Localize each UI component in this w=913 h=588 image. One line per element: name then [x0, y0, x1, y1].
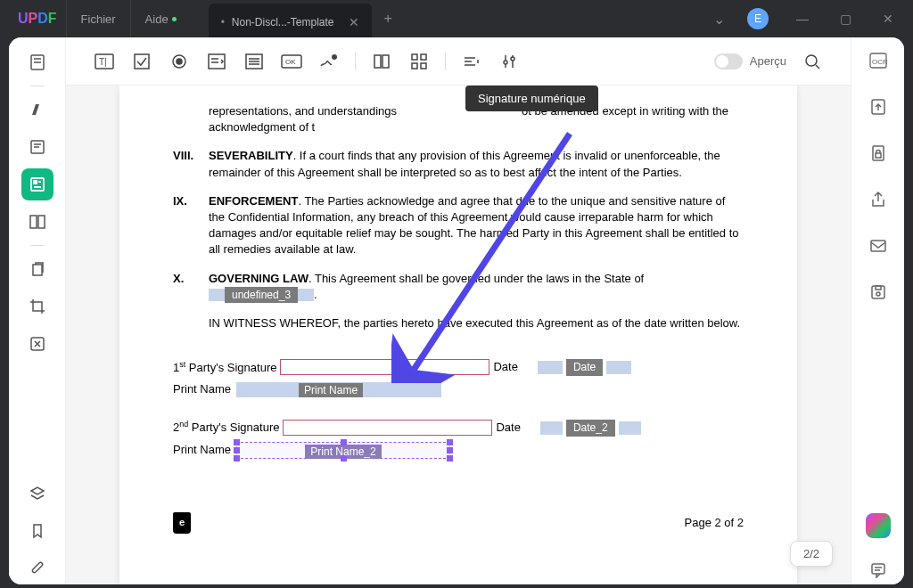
svg-rect-51 [876, 286, 881, 290]
date-field-2[interactable]: Date_2 [566, 420, 615, 437]
notes-icon[interactable] [21, 131, 53, 163]
textfield-tool-icon[interactable]: T| [87, 46, 121, 77]
page-organize-icon[interactable] [21, 206, 53, 238]
ocr-icon[interactable]: OCR [864, 46, 892, 75]
esign-badge-icon: e [173, 512, 191, 534]
email-icon[interactable] [864, 232, 892, 260]
dropdown-icon[interactable]: ⌄ [706, 11, 731, 28]
svg-point-50 [876, 292, 880, 296]
svg-line-41 [816, 65, 819, 69]
svg-point-39 [511, 57, 514, 61]
titlebar: UPDF Fichier Aide • Non-Discl...-Templat… [0, 0, 913, 37]
user-avatar[interactable]: E [747, 8, 769, 29]
window-close-icon[interactable]: ✕ [870, 3, 906, 35]
svg-rect-31 [412, 54, 417, 60]
listbox-tool-icon[interactable] [237, 46, 271, 77]
save-icon[interactable] [864, 278, 892, 306]
menu-help[interactable]: Aide [130, 0, 191, 37]
copy-icon[interactable] [21, 253, 53, 285]
comment-icon[interactable] [864, 556, 892, 584]
tab-title: Non-Discl...-Template [232, 16, 334, 29]
svg-rect-10 [30, 216, 37, 228]
svg-point-38 [504, 61, 507, 64]
page-indicator[interactable]: 2/2 [790, 541, 833, 567]
window-maximize-icon[interactable]: ▢ [827, 3, 863, 35]
app-logo: UPDF [18, 11, 57, 27]
svg-rect-33 [412, 63, 417, 69]
menu-file[interactable]: Fichier [66, 0, 130, 37]
share-icon[interactable] [864, 185, 892, 214]
svg-rect-32 [421, 54, 426, 60]
svg-rect-48 [871, 241, 885, 251]
tab-close-icon[interactable]: ✕ [349, 15, 359, 29]
svg-rect-11 [38, 216, 45, 228]
radio-tool-icon[interactable] [162, 46, 196, 77]
signature-tool-icon[interactable] [312, 46, 346, 77]
svg-rect-16 [135, 54, 149, 69]
tab-add-button[interactable]: + [372, 0, 405, 37]
layers-icon[interactable] [21, 478, 53, 510]
highlight-icon[interactable] [21, 94, 53, 126]
printname-field-2-selected[interactable]: Print Name_2 [236, 442, 450, 459]
svg-rect-7 [34, 181, 37, 184]
svg-rect-52 [872, 564, 884, 574]
right-sidebar: OCR [851, 37, 904, 584]
crop-icon[interactable] [21, 290, 53, 323]
signature-field-1[interactable] [280, 359, 489, 375]
search-icon[interactable] [795, 46, 829, 77]
window-minimize-icon[interactable]: — [785, 3, 820, 35]
preview-toggle[interactable]: Aperçu [714, 53, 786, 69]
svg-rect-34 [421, 63, 426, 69]
align-tool-icon[interactable] [365, 46, 399, 77]
svg-point-40 [806, 55, 817, 66]
bookmark-icon[interactable] [21, 515, 53, 547]
svg-text:OCR: OCR [872, 58, 888, 66]
page-number: Page 2 of 2 [685, 515, 744, 531]
form-toolbar: T| OK Aperçu [66, 37, 851, 86]
attachment-icon[interactable] [21, 552, 53, 584]
svg-text:T|: T| [99, 57, 107, 67]
ai-assistant-icon[interactable] [866, 513, 891, 538]
svg-rect-30 [382, 55, 389, 68]
svg-rect-6 [31, 178, 44, 191]
grid-tool-icon[interactable] [402, 46, 436, 77]
order-tool-icon[interactable] [455, 46, 489, 77]
state-field[interactable]: undefined_3 [225, 287, 298, 304]
document-tab[interactable]: • Non-Discl...-Template ✕ [209, 4, 372, 41]
tools-tool-icon[interactable] [492, 46, 526, 77]
convert-icon[interactable] [864, 93, 892, 121]
date-field-1[interactable]: Date [566, 359, 603, 376]
svg-text:OK: OK [285, 58, 296, 66]
compress-icon[interactable] [21, 328, 53, 360]
left-sidebar [9, 37, 66, 584]
thumbnail-icon[interactable] [21, 46, 53, 78]
button-tool-icon[interactable]: OK [275, 46, 308, 77]
svg-rect-47 [876, 153, 881, 158]
svg-rect-29 [374, 55, 381, 68]
form-icon[interactable] [21, 168, 53, 200]
svg-rect-12 [33, 265, 42, 275]
document-page: representations, and understandingsot be… [119, 86, 797, 584]
dropdown-tool-icon[interactable] [200, 46, 234, 77]
signature-tooltip: Signature numérique [465, 86, 598, 111]
printname-field-1[interactable]: Print Name [299, 383, 363, 397]
svg-point-28 [332, 54, 337, 60]
checkbox-tool-icon[interactable] [125, 46, 159, 77]
svg-point-18 [177, 59, 182, 64]
tab-indicator-icon: • [221, 16, 225, 29]
signature-field-2[interactable] [283, 420, 492, 436]
protect-icon[interactable] [864, 139, 892, 167]
